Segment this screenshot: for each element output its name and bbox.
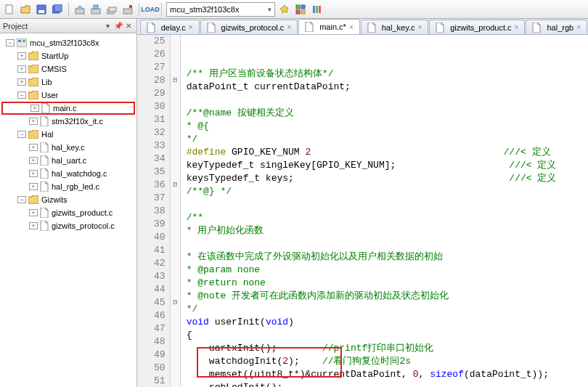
tree-file-hal_key-c[interactable]: +hal_key.c xyxy=(1,141,135,154)
svg-rect-16 xyxy=(313,6,315,13)
tree-folder-gizwits[interactable]: −Gizwits xyxy=(1,193,135,206)
project-sidebar: Project ▾ 📌 ✕ −mcu_stm32f103c8x+StartUp+… xyxy=(0,19,137,387)
svg-rect-21 xyxy=(23,40,25,42)
save-icon[interactable] xyxy=(35,3,48,16)
svg-rect-13 xyxy=(301,5,305,9)
new-icon[interactable] xyxy=(3,3,16,16)
tab-close-icon[interactable]: × xyxy=(349,23,354,31)
panel-menu-icon[interactable]: ▾ xyxy=(103,21,113,31)
tree-file-gizwits_product-c[interactable]: +gizwits_product.c xyxy=(1,206,135,219)
tree-file-hal_watchdog-c[interactable]: +hal_watchdog.c xyxy=(1,167,135,180)
svg-rect-20 xyxy=(18,40,21,42)
svg-rect-0 xyxy=(6,5,12,14)
tab-main-c-[interactable]: main.c*× xyxy=(298,19,360,34)
code-editor[interactable]: 2526272829303132333435363738394041424344… xyxy=(137,35,588,387)
tree-file-stm32f10x_it-c[interactable]: +stm32f10x_it.c xyxy=(1,115,135,128)
svg-rect-7 xyxy=(94,5,98,9)
options-icon[interactable] xyxy=(278,3,291,16)
svg-rect-2 xyxy=(38,10,44,13)
manage-icon[interactable] xyxy=(294,3,307,16)
target-dropdown[interactable]: mcu_stm32f103c8x xyxy=(166,2,275,17)
tab-close-icon[interactable]: × xyxy=(417,23,422,31)
project-panel-title: Project xyxy=(3,22,28,30)
project-tree[interactable]: −mcu_stm32f103c8x+StartUp+CMSIS+Lib−User… xyxy=(0,33,136,387)
tab-hal-rgb[interactable]: hal_rgb× xyxy=(526,20,587,34)
svg-rect-9 xyxy=(109,7,116,12)
tree-folder-user[interactable]: −User xyxy=(1,89,135,102)
tree-folder-hal[interactable]: −Hal xyxy=(1,128,135,141)
panel-pin-icon[interactable]: 📌 xyxy=(113,21,123,31)
batch-build-icon[interactable] xyxy=(105,3,118,16)
tab-hal-key-c[interactable]: hal_key.c× xyxy=(361,20,429,34)
svg-rect-6 xyxy=(91,9,100,14)
code-content[interactable]: /** 用户区当前设备状态结构体*/dataPoint_t currentDat… xyxy=(181,35,588,387)
build-icon[interactable] xyxy=(73,3,86,16)
svg-rect-18 xyxy=(319,6,321,13)
panel-close-icon[interactable]: ✕ xyxy=(123,21,134,31)
tab-gizwits-protocol-c[interactable]: gizwits_protocol.c× xyxy=(200,20,298,34)
tab-close-icon[interactable]: × xyxy=(576,23,581,31)
download-icon[interactable]: LOAD xyxy=(144,3,157,16)
svg-rect-5 xyxy=(75,9,84,14)
tree-folder-startup[interactable]: +StartUp xyxy=(1,49,135,62)
tree-file-gizwits_protocol-c[interactable]: +gizwits_protocol.c xyxy=(1,219,135,232)
tree-file-hal_rgb_led-c[interactable]: +hal_rgb_led.c xyxy=(1,180,135,193)
save-all-icon[interactable] xyxy=(51,3,64,16)
editor-area: delay.c×gizwits_protocol.c×main.c*×hal_k… xyxy=(137,19,588,387)
tree-root[interactable]: −mcu_stm32f103c8x xyxy=(1,36,135,49)
svg-rect-17 xyxy=(316,6,318,13)
svg-rect-12 xyxy=(296,5,300,9)
tab-close-icon[interactable]: × xyxy=(287,23,291,31)
svg-rect-14 xyxy=(296,10,300,14)
svg-rect-19 xyxy=(17,38,27,47)
fold-gutter[interactable]: ⊟⊟⊟ xyxy=(171,35,181,387)
tree-folder-lib[interactable]: +Lib xyxy=(1,76,135,89)
project-panel-header: Project ▾ 📌 ✕ xyxy=(0,19,136,33)
svg-rect-15 xyxy=(301,10,305,14)
books-icon[interactable] xyxy=(310,3,323,16)
editor-tabstrip: delay.c×gizwits_protocol.c×main.c*×hal_k… xyxy=(137,19,588,35)
tree-folder-cmsis[interactable]: +CMSIS xyxy=(1,62,135,76)
tree-file-hal_uart-c[interactable]: +hal_uart.c xyxy=(1,154,135,167)
open-icon[interactable] xyxy=(19,3,32,16)
tab-close-icon[interactable]: × xyxy=(515,23,519,31)
stop-build-icon[interactable] xyxy=(121,3,134,16)
main-toolbar: LOAD mcu_stm32f103c8x xyxy=(0,0,588,19)
rebuild-icon[interactable] xyxy=(89,3,102,16)
svg-rect-11 xyxy=(129,5,132,8)
line-number-gutter: 2526272829303132333435363738394041424344… xyxy=(137,35,171,387)
svg-rect-4 xyxy=(54,4,62,12)
tree-file-main-c[interactable]: +main.c xyxy=(1,102,135,115)
tab-close-icon[interactable]: × xyxy=(189,23,193,31)
target-dropdown-value: mcu_stm32f103c8x xyxy=(170,5,239,14)
tab-delay-c[interactable]: delay.c× xyxy=(140,20,200,34)
svg-rect-10 xyxy=(123,9,132,14)
tab-gizwits-product-c[interactable]: gizwits_product.c× xyxy=(429,20,525,34)
